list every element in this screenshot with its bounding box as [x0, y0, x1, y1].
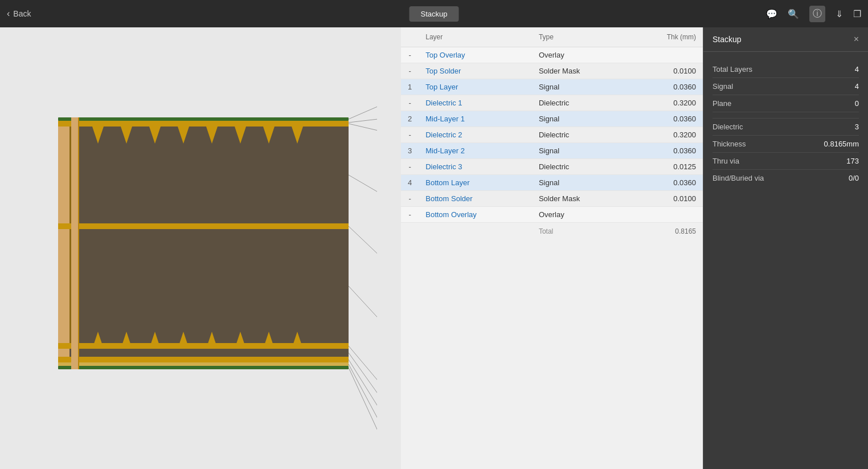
stat-value: 3	[855, 123, 859, 131]
row-layer-name: Dielectric 3	[419, 159, 532, 175]
svg-rect-14	[58, 229, 349, 343]
row-id: -	[401, 159, 419, 175]
row-layer-name: Bottom Solder	[419, 191, 532, 207]
row-thickness: 0.3200	[628, 127, 703, 143]
row-type: Signal	[532, 143, 628, 159]
svg-line-38	[349, 286, 377, 323]
row-thickness: 0.3200	[628, 95, 703, 111]
row-layer-name: Bottom Layer	[419, 175, 532, 191]
row-layer-name: Mid-Layer 1	[419, 111, 532, 127]
stat-label: Blind/Buried via	[713, 174, 764, 182]
row-id: 2	[401, 111, 419, 127]
stackup-stat-row: Thickness0.8165mm	[713, 136, 859, 153]
row-id: 4	[401, 175, 419, 191]
pcb-cross-section	[24, 43, 377, 454]
svg-line-42	[349, 364, 377, 428]
row-id: -	[401, 191, 419, 207]
row-id: -	[401, 63, 419, 79]
stat-label: Thru via	[713, 157, 739, 165]
table-row: -Bottom OverlayOverlay	[401, 207, 703, 223]
back-chevron-icon: ‹	[7, 9, 10, 19]
svg-line-36	[349, 175, 377, 195]
row-id: -	[401, 47, 419, 63]
stackup-stat-row: Signal4	[713, 78, 859, 95]
stat-label: Signal	[713, 82, 733, 91]
col-type: Type	[532, 27, 628, 47]
row-thickness: 0.0360	[628, 79, 703, 95]
table-row: -Dielectric 2Dielectric0.3200	[401, 127, 703, 143]
stat-value: 0	[855, 99, 859, 108]
row-type: Dielectric	[532, 159, 628, 175]
row-layer-name: Top Layer	[419, 79, 532, 95]
stackup-stat-row: Total Layers4	[713, 61, 859, 78]
back-button[interactable]: ‹ Back	[7, 9, 31, 19]
fullscreen-icon[interactable]: ❐	[853, 9, 861, 19]
stat-value: 0/0	[849, 174, 859, 182]
footer-label: Total	[532, 223, 628, 240]
table-panel: Layer Type Thk (mm) -Top OverlayOverlay-…	[401, 27, 703, 469]
col-id	[401, 27, 419, 47]
download-icon[interactable]: ⇓	[836, 9, 843, 19]
table-row: -Bottom SolderSolder Mask0.0100	[401, 191, 703, 207]
row-layer-name: Top Solder	[419, 63, 532, 79]
row-id: -	[401, 127, 419, 143]
svg-rect-19	[58, 349, 69, 357]
svg-rect-4	[69, 127, 71, 223]
table-row: -Dielectric 1Dielectric0.3200	[401, 95, 703, 111]
info-icon[interactable]: ⓘ	[809, 6, 825, 22]
stackup-stat-row: Plane0	[713, 95, 859, 112]
row-type: Signal	[532, 175, 628, 191]
row-type: Signal	[532, 111, 628, 127]
close-button[interactable]: ×	[854, 34, 859, 44]
svg-line-35	[349, 124, 377, 132]
row-id: 3	[401, 143, 419, 159]
stackup-tab[interactable]: Stackup	[410, 6, 459, 22]
tab-center: Stackup	[410, 6, 459, 22]
row-thickness	[628, 207, 703, 223]
row-layer-name: Dielectric 2	[419, 127, 532, 143]
svg-line-33	[349, 104, 377, 119]
stat-label: Total Layers	[713, 65, 752, 74]
col-thickness: Thk (mm)	[628, 27, 703, 47]
topbar-icons: 💬 🔍 ⓘ ⇓ ❐	[766, 6, 861, 22]
footer-empty1	[401, 223, 419, 240]
row-thickness: 0.0100	[628, 191, 703, 207]
stat-value: 4	[855, 82, 859, 91]
svg-rect-31	[71, 117, 78, 369]
row-layer-name: Mid-Layer 2	[419, 143, 532, 159]
stackup-panel-title: Stackup	[713, 35, 742, 44]
svg-rect-15	[58, 229, 69, 343]
svg-rect-18	[58, 349, 349, 357]
search-icon[interactable]: 🔍	[788, 9, 799, 19]
svg-rect-29	[58, 362, 349, 366]
stat-value: 173	[846, 157, 859, 165]
col-layer: Layer	[419, 27, 532, 47]
pcb-panel	[0, 27, 401, 469]
stackup-panel: Stackup × Total Layers4Signal4Plane0Diel…	[703, 27, 868, 469]
table-row: 1Top LayerSignal0.0360	[401, 79, 703, 95]
table-row: 3Mid-Layer 2Signal0.0360	[401, 143, 703, 159]
svg-rect-28	[58, 357, 349, 362]
table-footer-row: Total 0.8165	[401, 223, 703, 240]
stackup-stat-row: Dielectric3	[713, 118, 859, 136]
svg-rect-16	[69, 229, 71, 343]
row-layer-name: Dielectric 1	[419, 95, 532, 111]
stackup-body: Total Layers4Signal4Plane0Dielectric3Thi…	[703, 52, 868, 195]
stat-label: Dielectric	[713, 123, 743, 131]
table-header-row: Layer Type Thk (mm)	[401, 27, 703, 47]
svg-rect-13	[58, 223, 349, 229]
table-row: -Dielectric 3Dielectric0.0125	[401, 159, 703, 175]
stackup-stat-row: Blind/Buried via0/0	[713, 170, 859, 186]
row-thickness	[628, 47, 703, 63]
svg-line-37	[349, 226, 377, 259]
stackup-stat-row: Thru via173	[713, 153, 859, 170]
row-type: Signal	[532, 79, 628, 95]
row-thickness: 0.0360	[628, 143, 703, 159]
svg-line-34	[349, 119, 377, 123]
stackup-header: Stackup ×	[703, 27, 868, 52]
row-id: -	[401, 95, 419, 111]
row-type: Solder Mask	[532, 63, 628, 79]
stat-label: Thickness	[713, 140, 746, 148]
svg-rect-32	[78, 117, 79, 369]
comment-icon[interactable]: 💬	[766, 9, 777, 19]
